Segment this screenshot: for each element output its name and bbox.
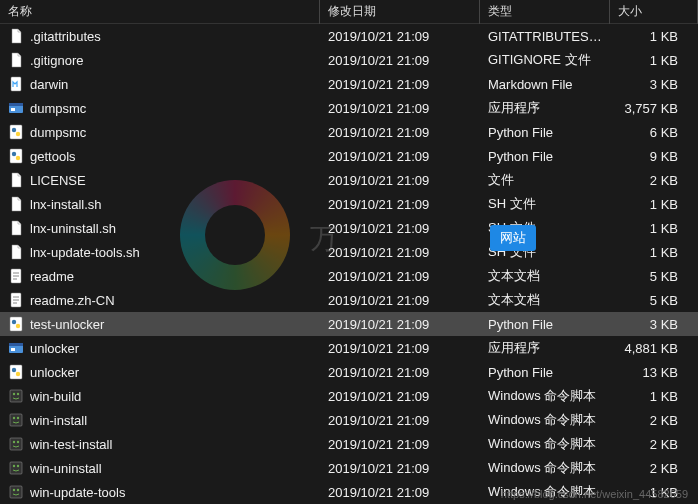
svg-point-30 [16,372,20,376]
file-date: 2019/10/21 21:09 [320,266,480,287]
file-date: 2019/10/21 21:09 [320,386,480,407]
file-size: 9 KB [610,146,698,167]
file-size: 5 KB [610,266,698,287]
file-name: readme.zh-CN [30,293,115,308]
batch-icon [8,484,24,500]
python-icon [8,148,24,164]
header-type[interactable]: 类型 [480,0,610,24]
svg-point-41 [13,465,15,467]
svg-point-42 [17,465,19,467]
file-row[interactable]: .gitattributes 2019/10/21 21:09 GITATTRI… [0,24,698,48]
file-date: 2019/10/21 21:09 [320,170,480,191]
file-icon [8,172,24,188]
file-date: 2019/10/21 21:09 [320,74,480,95]
svg-point-32 [13,393,15,395]
svg-rect-31 [10,390,22,402]
file-name: .gitattributes [30,29,101,44]
file-type: GITATTRIBUTES ... [480,26,610,47]
svg-rect-40 [10,462,22,474]
file-name: LICENSE [30,173,86,188]
file-row[interactable]: unlocker 2019/10/21 21:09 应用程序 4,881 KB [0,336,698,360]
svg-point-22 [12,320,16,324]
svg-point-44 [13,489,15,491]
file-type: Python File [480,362,610,383]
text-icon [8,268,24,284]
file-type: Markdown File [480,74,610,95]
file-type: Windows 命令脚本 [480,456,610,480]
file-row[interactable]: .gitignore 2019/10/21 21:09 GITIGNORE 文件… [0,48,698,72]
file-row[interactable]: lnx-install.sh 2019/10/21 21:09 SH 文件 1 … [0,192,698,216]
file-size: 1 KB [610,242,698,263]
file-row[interactable]: darwin 2019/10/21 21:09 Markdown File 3 … [0,72,698,96]
python-icon [8,316,24,332]
file-size: 2 KB [610,170,698,191]
file-type: Windows 命令脚本 [480,384,610,408]
file-list: .gitattributes 2019/10/21 21:09 GITATTRI… [0,24,698,504]
file-size: 1 KB [610,386,698,407]
file-date: 2019/10/21 21:09 [320,410,480,431]
svg-rect-34 [10,414,22,426]
file-date: 2019/10/21 21:09 [320,314,480,335]
file-size: 2 KB [610,410,698,431]
svg-point-39 [17,441,19,443]
svg-point-29 [12,368,16,372]
file-size: 1 KB [610,50,698,71]
file-name: win-update-tools [30,485,125,500]
file-date: 2019/10/21 21:09 [320,146,480,167]
header-size[interactable]: 大小 [610,0,698,24]
svg-point-33 [17,393,19,395]
file-type: Python File [480,122,610,143]
file-row[interactable]: readme.zh-CN 2019/10/21 21:09 文本文档 5 KB [0,288,698,312]
file-name: unlocker [30,341,79,356]
file-date: 2019/10/21 21:09 [320,458,480,479]
file-type: 文本文档 [480,264,610,288]
file-size: 2 KB [610,434,698,455]
file-size: 2 KB [610,458,698,479]
file-row[interactable]: dumpsmc 2019/10/21 21:09 Python File 6 K… [0,120,698,144]
sh-icon [8,220,24,236]
svg-point-36 [17,417,19,419]
file-size: 1 KB [610,218,698,239]
svg-rect-20 [10,317,22,331]
file-row[interactable]: win-uninstall 2019/10/21 21:09 Windows 命… [0,456,698,480]
file-row[interactable]: dumpsmc 2019/10/21 21:09 应用程序 3,757 KB [0,96,698,120]
file-row[interactable]: win-install 2019/10/21 21:09 Windows 命令脚… [0,408,698,432]
file-row[interactable]: lnx-uninstall.sh 2019/10/21 21:09 SH 文件 … [0,216,698,240]
text-icon [8,292,24,308]
file-date: 2019/10/21 21:09 [320,290,480,311]
file-size: 4,881 KB [610,338,698,359]
file-date: 2019/10/21 21:09 [320,482,480,503]
file-date: 2019/10/21 21:09 [320,434,480,455]
svg-point-7 [16,132,20,136]
batch-icon [8,388,24,404]
file-row[interactable]: readme 2019/10/21 21:09 文本文档 5 KB [0,264,698,288]
file-name: unlocker [30,365,79,380]
svg-point-23 [16,324,20,328]
file-row[interactable]: win-build 2019/10/21 21:09 Windows 命令脚本 … [0,384,698,408]
file-row[interactable]: lnx-update-tools.sh 2019/10/21 21:09 SH … [0,240,698,264]
file-row[interactable]: test-unlocker 2019/10/21 21:09 Python Fi… [0,312,698,336]
svg-rect-37 [10,438,22,450]
file-date: 2019/10/21 21:09 [320,50,480,71]
watermark-badge: 网站 [490,225,536,251]
file-name: test-unlocker [30,317,104,332]
svg-rect-27 [10,365,22,379]
file-type: 文本文档 [480,288,610,312]
file-size: 1 KB [610,26,698,47]
header-name[interactable]: 名称 [0,0,320,24]
file-type: 应用程序 [480,96,610,120]
file-row[interactable]: gettools 2019/10/21 21:09 Python File 9 … [0,144,698,168]
file-row[interactable]: LICENSE 2019/10/21 21:09 文件 2 KB [0,168,698,192]
file-date: 2019/10/21 21:09 [320,218,480,239]
header-date[interactable]: 修改日期 [320,0,480,24]
exe-icon [8,100,24,116]
file-size: 6 KB [610,122,698,143]
file-row[interactable]: unlocker 2019/10/21 21:09 Python File 13… [0,360,698,384]
column-header: 名称 修改日期 类型 大小 [0,0,698,24]
file-row[interactable]: win-test-install 2019/10/21 21:09 Window… [0,432,698,456]
svg-rect-2 [9,103,23,106]
batch-icon [8,412,24,428]
file-name: win-build [30,389,81,404]
file-type: 应用程序 [480,336,610,360]
file-name: darwin [30,77,68,92]
